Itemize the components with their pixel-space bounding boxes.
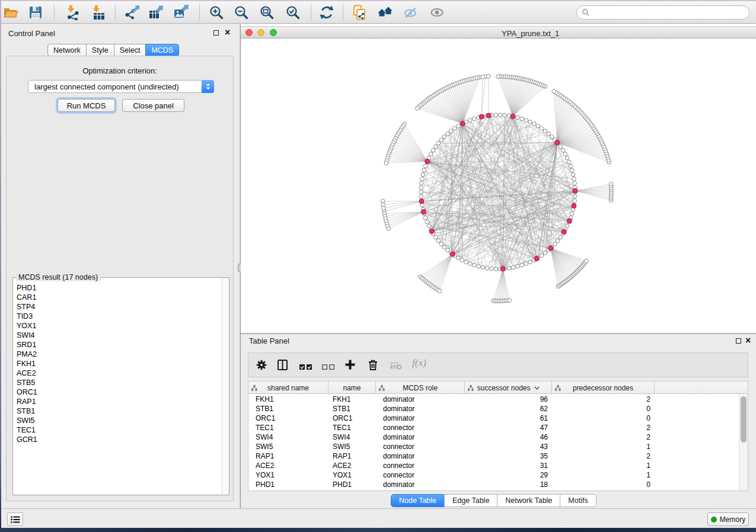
zoom-out-icon[interactable] (234, 5, 249, 20)
close-window-button[interactable] (245, 29, 253, 36)
deselect-all-icon[interactable] (322, 362, 335, 373)
table-row[interactable]: FKH1FKH1dominator962 (248, 395, 739, 404)
import-table-icon[interactable] (90, 5, 106, 20)
open-file-icon[interactable] (3, 5, 18, 20)
search-input[interactable] (590, 8, 749, 17)
mcds-result-item[interactable]: YOX1 (14, 321, 221, 331)
network-graph[interactable] (241, 39, 756, 333)
table-cell: 0 (552, 414, 655, 422)
table-body: FKH1FKH1dominator962STB1STB1dominator620… (248, 395, 739, 491)
refresh-icon[interactable] (319, 5, 334, 20)
optimization-criterion-select[interactable]: largest connected component (undirected) (28, 80, 214, 93)
toolbar-separator (199, 4, 200, 20)
mcds-result-item[interactable]: TEC1 (14, 425, 221, 435)
table-cell: 43 (465, 443, 552, 451)
status-menu-button[interactable] (7, 512, 23, 526)
maximize-window-button[interactable] (270, 29, 277, 36)
mcds-result-item[interactable]: STB5 (14, 378, 221, 387)
table-row[interactable]: STB1STB1dominator620 (248, 404, 739, 414)
toolbar-separator (343, 4, 343, 20)
control-tab-network[interactable]: Network (47, 44, 87, 56)
mcds-result-scrollbar[interactable] (222, 278, 228, 494)
mcds-result-item[interactable]: TID3 (14, 312, 221, 321)
delete-table-icon[interactable] (390, 361, 402, 372)
control-tab-mcds[interactable]: MCDS (145, 44, 179, 56)
table-row[interactable]: ORC1ORC1dominator610 (248, 414, 739, 423)
status-bar: Memory (0, 508, 756, 528)
zoom-in-icon[interactable] (209, 5, 224, 20)
function-builder-icon[interactable]: f(x) (412, 357, 426, 369)
close-table-panel-icon[interactable]: × (745, 338, 751, 344)
mcds-result-group: PHD1CAR1STP4TID3YOX1SWI4SRD1PMA2FKH1ACE2… (12, 277, 229, 495)
minimize-window-button[interactable] (257, 29, 264, 36)
memory-label: Memory (720, 515, 745, 524)
show-all-icon[interactable] (429, 5, 445, 20)
network-window-title: YPA_prune.txt_1 (502, 29, 559, 38)
memory-button[interactable]: Memory (707, 512, 749, 526)
gear-icon[interactable] (256, 360, 267, 373)
table-tab-motifs[interactable]: Motifs (560, 494, 596, 507)
mcds-result-item[interactable]: PHD1 (14, 283, 221, 293)
mcds-result-item[interactable]: SWI4 (14, 331, 221, 340)
column-header-name[interactable]: name (328, 382, 376, 394)
table-cell: FKH1 (328, 395, 376, 403)
table-row[interactable]: ACE2ACE2connector311 (248, 461, 739, 470)
hide-selected-icon[interactable] (403, 5, 419, 20)
table-tab-edge-table[interactable]: Edge Table (444, 494, 497, 507)
table-cell: 46 (465, 433, 552, 441)
control-panel-title: Control Panel (8, 29, 55, 38)
export-image-icon[interactable] (173, 5, 189, 20)
mcds-result-item[interactable]: STB1 (14, 406, 221, 416)
mcds-result-item[interactable]: PMA2 (14, 350, 221, 359)
mcds-result-item[interactable]: ORC1 (14, 387, 221, 397)
add-column-icon[interactable] (345, 360, 355, 372)
table-row[interactable]: PHD1PHD1dominator180 (248, 480, 739, 489)
table-row[interactable]: SWI4SWI4dominator462 (248, 432, 739, 442)
mcds-result-item[interactable]: RAP1 (14, 397, 221, 406)
table-toolbar: f(x) (248, 352, 748, 377)
table-row[interactable]: YOX1YOX1connector291 (248, 470, 739, 480)
network-window-titlebar[interactable]: YPA_prune.txt_1 (241, 26, 756, 39)
column-header-predecessor-nodes[interactable]: predecessor nodes (552, 382, 655, 394)
column-header-MCDS-role[interactable]: MCDS role (376, 382, 465, 394)
select-all-icon[interactable] (299, 362, 312, 373)
select-stepper-icon (202, 80, 214, 93)
mcds-result-item[interactable]: GCR1 (14, 435, 221, 444)
table-tab-network-table[interactable]: Network Table (497, 494, 560, 507)
mcds-result-item[interactable]: SWI5 (14, 416, 221, 425)
table-tab-node-table[interactable]: Node Table (391, 494, 445, 507)
export-table-icon[interactable] (148, 5, 164, 20)
zoom-selected-icon[interactable] (285, 5, 301, 20)
control-tab-style[interactable]: Style (86, 44, 114, 56)
save-icon[interactable] (28, 5, 43, 20)
control-tab-select[interactable]: Select (114, 44, 146, 56)
table-cell: SWI5 (248, 443, 328, 451)
float-table-panel-icon[interactable] (736, 338, 741, 344)
run-mcds-button[interactable]: Run MCDS (58, 99, 115, 112)
table-cell: ORC1 (328, 414, 376, 422)
split-view-icon[interactable] (277, 360, 288, 373)
first-neighbors-icon[interactable] (378, 5, 393, 20)
zoom-fit-icon[interactable] (259, 5, 275, 20)
table-row[interactable]: TEC1TEC1connector472 (248, 423, 739, 432)
mcds-result-item[interactable]: ACE2 (14, 368, 221, 378)
import-network-icon[interactable] (65, 5, 80, 20)
close-panel-icon[interactable]: × (225, 30, 230, 36)
mcds-result-item[interactable]: SRD1 (14, 340, 221, 350)
table-row[interactable]: RAP1RAP1dominator352 (248, 451, 739, 461)
mcds-result-item[interactable]: FKH1 (14, 359, 221, 368)
export-network-icon[interactable] (124, 5, 139, 20)
table-row[interactable]: SWI5SWI5connector431 (248, 442, 739, 451)
column-header-successor-nodes[interactable]: successor nodes (465, 382, 552, 394)
table-scrollbar[interactable] (739, 395, 748, 491)
mcds-result-item[interactable]: STP4 (14, 302, 221, 312)
float-panel-icon[interactable] (213, 30, 219, 36)
close-panel-button[interactable]: Close panel (122, 99, 184, 112)
mcds-result-list[interactable]: PHD1CAR1STP4TID3YOX1SWI4SRD1PMA2FKH1ACE2… (14, 279, 221, 494)
new-network-from-selection-icon[interactable] (352, 5, 367, 20)
mcds-result-item[interactable]: CAR1 (14, 293, 221, 302)
column-header-shared-name[interactable]: shared name (248, 382, 328, 394)
search-box[interactable] (576, 5, 749, 20)
delete-column-icon[interactable] (368, 360, 378, 373)
scrollbar-thumb[interactable] (741, 396, 747, 443)
